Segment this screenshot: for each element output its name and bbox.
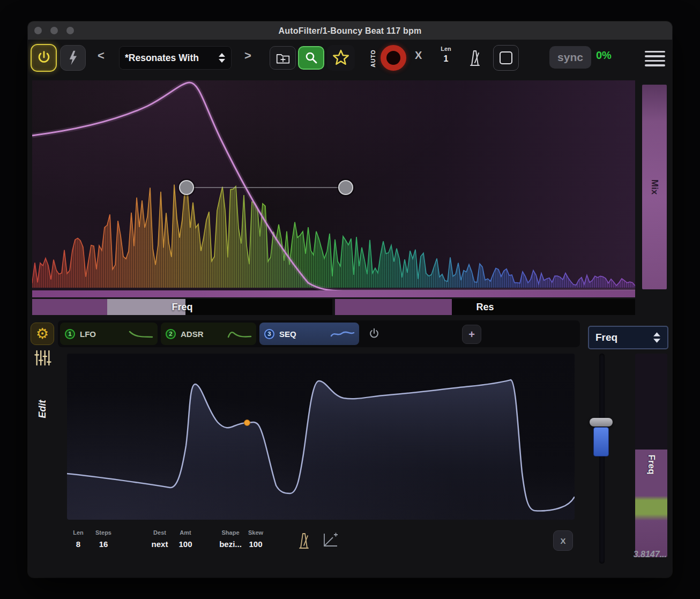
lfo-tab-label: LFO bbox=[80, 330, 96, 339]
res-slider-label: Res bbox=[335, 299, 635, 315]
ramp-icon bbox=[322, 532, 339, 548]
sync-percent-value[interactable]: 0% bbox=[596, 49, 612, 62]
res-slider[interactable]: Res bbox=[335, 299, 635, 315]
preset-stepper-icon[interactable] bbox=[218, 52, 226, 64]
hamburger-icon bbox=[645, 51, 665, 53]
mod-amount-fader-cap[interactable] bbox=[590, 418, 613, 426]
tab-adsr[interactable]: 2 ADSR bbox=[161, 323, 256, 345]
lfo-shape-icon bbox=[129, 329, 153, 339]
len-value[interactable]: 1 bbox=[434, 54, 458, 64]
seq-curve-canvas[interactable] bbox=[67, 354, 575, 520]
square-icon bbox=[500, 51, 512, 64]
power-toggle-icon bbox=[368, 327, 380, 340]
len-label: Len bbox=[434, 46, 458, 52]
sync-button[interactable]: sync bbox=[549, 46, 591, 69]
favorite-button[interactable] bbox=[327, 45, 355, 71]
metronome-button[interactable] bbox=[463, 45, 487, 71]
dest-param: Dest next bbox=[152, 529, 168, 549]
edit-label: Edit bbox=[37, 400, 48, 418]
faders-icon bbox=[34, 349, 52, 366]
mod-dest-label: Freq bbox=[646, 455, 657, 475]
settings-button[interactable]: ⚙ bbox=[31, 323, 54, 345]
star-icon bbox=[332, 49, 350, 67]
lightning-icon bbox=[67, 50, 79, 66]
seq-curve-fill bbox=[67, 380, 575, 520]
mod-power-toggle[interactable] bbox=[367, 326, 382, 342]
len-param: Len 8 bbox=[73, 529, 84, 549]
remove-modulator-button[interactable]: X bbox=[553, 530, 573, 551]
adsr-tab-label: ADSR bbox=[181, 330, 204, 339]
mix-slider[interactable]: Mix bbox=[642, 85, 667, 289]
faders-button[interactable] bbox=[33, 348, 53, 368]
clear-automation-button[interactable]: X bbox=[415, 49, 422, 62]
lfo-number-badge: 1 bbox=[65, 329, 75, 339]
mod-amount-fader-handle[interactable] bbox=[593, 427, 609, 456]
freq-slider[interactable]: Freq bbox=[32, 299, 332, 315]
folder-plus-icon bbox=[275, 51, 291, 65]
window-title: AutoFilter/1-Bouncy Beat 117 bpm bbox=[28, 21, 672, 40]
filter-freq-handle[interactable] bbox=[180, 181, 193, 194]
filter-res-handle[interactable] bbox=[339, 181, 353, 194]
metronome-sync-icon bbox=[297, 531, 311, 550]
keyboard-focus-button[interactable] bbox=[493, 45, 519, 71]
seq-edit-point[interactable] bbox=[244, 420, 250, 426]
power-icon bbox=[35, 49, 53, 66]
search-icon bbox=[304, 51, 318, 65]
amt-param: Amt 100 bbox=[178, 529, 192, 549]
preset-name: *Resonates With bbox=[125, 53, 218, 64]
metronome-icon bbox=[468, 49, 482, 67]
title-bar: AutoFilter/1-Bouncy Beat 117 bpm bbox=[28, 21, 672, 40]
dest-dropdown-value: Freq bbox=[595, 332, 653, 343]
dest-dropdown[interactable]: Freq bbox=[588, 326, 668, 349]
save-preset-button[interactable] bbox=[270, 46, 296, 70]
len-control[interactable]: Len 1 bbox=[434, 46, 458, 64]
add-modulator-button[interactable]: + bbox=[462, 325, 481, 344]
tab-seq[interactable]: 3 SEQ bbox=[259, 323, 359, 345]
seq-editor[interactable] bbox=[67, 354, 575, 520]
adsr-shape-icon bbox=[227, 329, 252, 339]
menu-button[interactable] bbox=[642, 47, 668, 70]
seq-shape-icon bbox=[330, 329, 355, 339]
plugin-window: AutoFilter/1-Bouncy Beat 117 bpm < *Reso… bbox=[28, 21, 672, 578]
spectrum-analyzer bbox=[32, 80, 635, 297]
preset-selector[interactable]: *Resonates With bbox=[119, 46, 232, 70]
prev-preset-button[interactable]: < bbox=[98, 49, 105, 63]
tab-lfo[interactable]: 1 LFO bbox=[60, 323, 158, 345]
mod-depth-value[interactable]: 3.8147... bbox=[615, 550, 667, 559]
power-button[interactable] bbox=[31, 44, 57, 72]
gear-icon: ⚙ bbox=[36, 327, 49, 341]
auto-label: AUTO bbox=[368, 46, 378, 71]
bypass-button[interactable] bbox=[60, 45, 86, 71]
spectrum-bottom-strip bbox=[32, 290, 635, 297]
edit-mode-toggle[interactable]: Edit bbox=[31, 379, 54, 438]
shape-param: Shape bezi... bbox=[219, 529, 242, 549]
chevron-updown-icon bbox=[653, 331, 661, 344]
mod-amount-fader-track[interactable] bbox=[599, 354, 605, 564]
next-preset-button[interactable]: > bbox=[244, 49, 251, 63]
steps-param: Steps 16 bbox=[95, 529, 111, 549]
seq-sync-button[interactable] bbox=[296, 530, 312, 551]
mod-dest-label-wrap: Freq bbox=[635, 446, 667, 483]
mod-depth-meter[interactable]: Freq bbox=[635, 354, 667, 557]
record-automation-button[interactable] bbox=[381, 45, 406, 71]
adsr-number-badge: 2 bbox=[166, 329, 176, 339]
search-presets-button[interactable] bbox=[298, 46, 324, 70]
skew-param: Skew 100 bbox=[248, 529, 263, 549]
spectrum-display[interactable] bbox=[32, 80, 635, 297]
mix-label: Mix bbox=[649, 179, 660, 194]
seq-ramp-button[interactable] bbox=[322, 531, 339, 549]
freq-slider-label: Freq bbox=[32, 299, 332, 315]
seq-number-badge: 3 bbox=[264, 329, 274, 339]
seq-tab-label: SEQ bbox=[279, 330, 296, 339]
